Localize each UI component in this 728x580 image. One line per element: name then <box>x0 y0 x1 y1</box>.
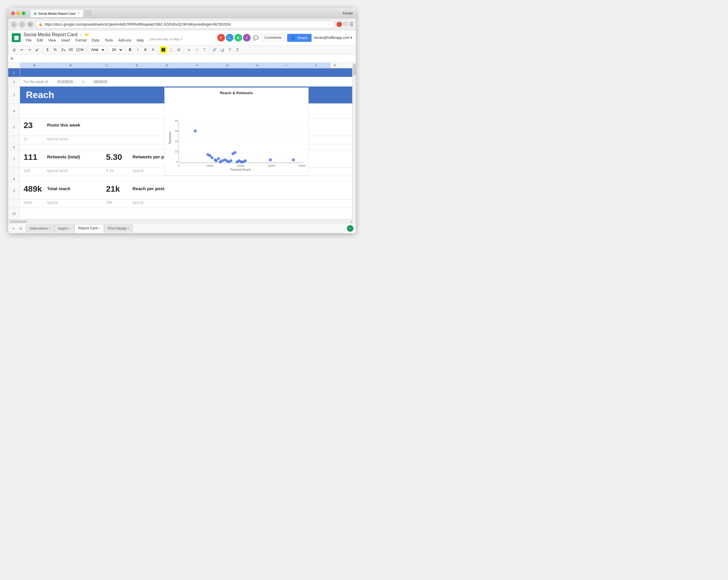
close-button[interactable] <box>11 11 15 15</box>
row-num-7[interactable]: 7 <box>8 150 20 167</box>
menu-view[interactable]: View <box>46 37 58 43</box>
tab-instructions[interactable]: Instructions ▾ <box>26 225 54 233</box>
menu-file[interactable]: File <box>24 37 34 43</box>
font-family-select[interactable]: Arial <box>88 46 105 53</box>
percent-button[interactable]: % <box>52 46 59 53</box>
row-2-content: For the week of: 3/13/2015 to 3/8/2015 <box>20 77 356 86</box>
row-num-3[interactable]: 3 <box>8 86 20 103</box>
decimal-more-button[interactable]: .00 <box>67 46 74 53</box>
tab-print-ready[interactable]: Print-Ready ▾ <box>104 225 133 233</box>
row-num-1[interactable]: 1 <box>8 68 20 77</box>
svg-text:Potential Reach: Potential Reach <box>230 168 251 172</box>
row-num-5[interactable]: 5 <box>8 118 20 136</box>
document-title[interactable]: Social Media Report Card <box>24 32 77 37</box>
minimize-button[interactable] <box>17 11 20 15</box>
col-header-f[interactable]: F <box>182 63 213 68</box>
row-num-8[interactable]: 8 <box>8 176 20 182</box>
currency-button[interactable]: $ <box>44 46 51 53</box>
chat-icon[interactable]: 💬 <box>253 35 259 41</box>
col-header-g[interactable]: G <box>213 63 242 68</box>
col-header-h[interactable]: H <box>242 63 272 68</box>
collaborator-1-icon: K <box>217 34 225 42</box>
menu-help[interactable]: Help <box>134 37 146 43</box>
col-header-a[interactable]: A <box>20 63 50 68</box>
cell-reference[interactable]: fx <box>10 56 28 61</box>
bookmark-icon[interactable]: ☆ <box>328 22 331 26</box>
menu-data[interactable]: Data <box>89 37 102 43</box>
maximize-button[interactable] <box>22 11 25 15</box>
link-button[interactable]: 🔗 <box>211 46 218 53</box>
italic-button[interactable]: I <box>134 46 141 53</box>
strikethrough-button[interactable]: S <box>142 46 149 53</box>
paint-format-button[interactable]: 🖌 <box>33 46 41 53</box>
vertical-scrollbar[interactable] <box>352 63 356 220</box>
row-num-6[interactable]: 6 <box>8 144 20 150</box>
folder-icon[interactable]: 📁 <box>84 33 89 37</box>
rpp-reach-typical-label: typical <box>132 200 144 205</box>
functions-button[interactable]: Σ <box>234 46 241 53</box>
browser-window: ▦ Social Media Report Card ✕ Kevan ‹ › ↻… <box>8 8 356 233</box>
col-header-c[interactable]: C <box>92 63 122 68</box>
browser-tab[interactable]: ▦ Social Media Report Card ✕ <box>30 9 83 17</box>
format-123-button[interactable]: 123▾ <box>75 46 85 53</box>
tab-export[interactable]: export ▾ <box>54 225 74 233</box>
new-tab-button[interactable] <box>84 10 92 16</box>
decimal-less-button[interactable]: .0◂ <box>59 46 66 53</box>
forward-button[interactable]: › <box>19 21 25 28</box>
user-account-button[interactable]: kevan@bufferapp.com ▾ <box>314 36 352 40</box>
chart-button[interactable]: 📊 <box>219 46 226 53</box>
valign-button[interactable]: ⊤ <box>201 46 208 53</box>
h-scrollbar-thumb[interactable] <box>9 220 27 223</box>
extensions-button[interactable]: 🔴 <box>336 22 342 27</box>
sheet-list-button[interactable]: ≡ <box>18 226 24 231</box>
undo-button[interactable]: ↩ <box>18 46 25 53</box>
col-header-d[interactable]: D <box>122 63 153 68</box>
align-left-button[interactable]: ≡ <box>185 46 192 53</box>
menu-addons[interactable]: Add-ons <box>116 37 134 43</box>
menu-edit[interactable]: Edit <box>34 37 45 43</box>
bold-button[interactable]: B <box>127 46 134 53</box>
add-sheet-button[interactable]: + <box>10 226 17 231</box>
row-num-10[interactable]: 10 <box>8 208 20 219</box>
shields-button[interactable]: 🛡 <box>343 22 348 27</box>
rpp-reach-typical-val: 33k <box>106 200 112 205</box>
col-header-b[interactable]: B <box>50 63 92 68</box>
refresh-button[interactable]: ↻ <box>27 21 33 28</box>
col-header-e[interactable]: E <box>153 63 182 68</box>
comments-button[interactable]: Comments <box>261 34 285 41</box>
row-1-content[interactable] <box>20 68 356 77</box>
borders-button[interactable]: ⬚ <box>167 46 175 53</box>
col-header-j[interactable]: J <box>301 63 331 68</box>
tab-report-card[interactable]: Report Card ▾ <box>75 225 104 233</box>
print-button[interactable]: 🖨 <box>10 46 18 53</box>
row-num-9[interactable]: 9 <box>8 182 20 199</box>
chart-svg: Retweets 0 10 20 30 40 <box>167 97 305 173</box>
row-num-2[interactable]: 2 <box>8 77 20 86</box>
merge-button[interactable]: ⊡ <box>175 46 182 53</box>
scrollbar-thumb[interactable] <box>353 64 356 76</box>
url-bar[interactable]: 🔒 https://docs.google.com/spreadsheets/d… <box>35 21 335 28</box>
fill-color-button[interactable]: ⬛ <box>160 46 167 53</box>
row-num-4[interactable]: 4 <box>8 104 20 118</box>
menu-button[interactable]: ☰ <box>349 22 354 27</box>
reach-typical-label: typical <box>47 200 58 205</box>
row-num-7b[interactable] <box>8 168 20 176</box>
col-header-i[interactable]: I <box>272 63 301 68</box>
last-edit-label: Last edit was on May 5 <box>149 37 183 43</box>
row-num-9b[interactable] <box>8 200 20 208</box>
filter-button[interactable]: ▽ <box>227 46 234 53</box>
tab-close-button[interactable]: ✕ <box>77 12 79 15</box>
row-num-5b[interactable] <box>8 136 20 144</box>
menu-insert[interactable]: Insert <box>59 37 73 43</box>
redo-button[interactable]: ↪ <box>26 46 33 53</box>
font-size-select[interactable]: 24 <box>109 46 123 53</box>
menu-tools[interactable]: Tools <box>102 37 115 43</box>
share-button[interactable]: 👥 Share <box>287 34 312 42</box>
star-icon[interactable]: ☆ <box>79 33 83 37</box>
back-button[interactable]: ‹ <box>10 21 17 28</box>
horizontal-scrollbar[interactable]: ◂ ▸ <box>8 220 356 223</box>
align-button[interactable]: ⁞ <box>193 46 200 53</box>
col-header-k[interactable]: K <box>331 63 340 68</box>
font-color-button[interactable]: A <box>150 46 157 53</box>
menu-format[interactable]: Format <box>73 37 89 43</box>
